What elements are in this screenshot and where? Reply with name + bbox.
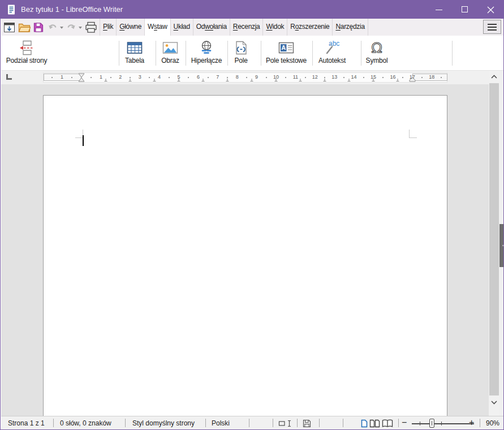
save-button[interactable] — [33, 22, 45, 34]
ruler-number: 1 — [61, 74, 63, 80]
tab-stop-selector[interactable] — [6, 74, 12, 80]
minimize-button[interactable] — [426, 1, 452, 19]
text-box-icon: A — [263, 39, 309, 56]
page-break-icon — [2, 39, 51, 56]
page-style-status[interactable]: Styl domyślny strony — [132, 419, 195, 427]
toolbar-separator — [312, 41, 313, 66]
title-bar: Bez tytułu 1 - LibreOffice Writer — [1, 1, 503, 19]
symbol-label: Symbol — [363, 57, 390, 64]
text-boundary-corner-left — [75, 130, 83, 138]
ruler-tick — [188, 77, 189, 78]
document-workspace — [1, 84, 489, 416]
scroll-down-button[interactable] — [489, 397, 499, 408]
menu-button[interactable] — [483, 20, 501, 34]
document-modified-status[interactable] — [303, 419, 311, 429]
table-button[interactable]: Tabela — [121, 36, 148, 71]
print-icon — [85, 22, 97, 33]
tab-glowne[interactable]: Główne — [117, 19, 145, 36]
ruler-number: 14 — [351, 74, 357, 80]
tab-plik[interactable]: Plik — [100, 19, 117, 36]
writer-window: Bez tytułu 1 - LibreOffice Writer Plik — [0, 0, 504, 430]
view-multi-page-button[interactable] — [369, 419, 380, 429]
text-boundary-corner-right — [409, 130, 417, 138]
ruler-tick — [91, 77, 92, 78]
word-count-status[interactable]: 0 słów, 0 znaków — [60, 419, 111, 427]
minus-icon: − — [402, 418, 407, 427]
minimize-icon — [436, 10, 442, 10]
zoom-slider-track[interactable] — [412, 423, 474, 424]
ruler-row: 1123456789101112131415161718 — [1, 71, 489, 84]
selection-mode-button[interactable] — [278, 419, 292, 429]
view-book-button[interactable] — [382, 419, 393, 429]
symbol-button[interactable]: Ω Symbol — [363, 36, 390, 71]
insert-toolbar: Podział strony Strona tytułowa Sekcja Ta… — [1, 36, 504, 71]
svg-text:Ω: Ω — [371, 40, 382, 56]
scroll-up-button[interactable] — [489, 71, 499, 82]
document-page[interactable] — [43, 95, 447, 416]
toolbar-separator — [452, 41, 453, 66]
undo-dropdown[interactable] — [60, 27, 63, 31]
open-button[interactable] — [18, 22, 31, 34]
ruler-tick — [105, 79, 107, 81]
ruler-number: 11 — [293, 74, 298, 80]
ruler-number: 8 — [236, 74, 239, 80]
zoom-slider-handle[interactable] — [429, 419, 434, 428]
ruler-tick — [169, 77, 170, 78]
ruler-number: 17 — [410, 74, 415, 80]
ruler-number: 4 — [158, 74, 161, 80]
print-button[interactable] — [85, 22, 97, 34]
window-right-edge — [499, 71, 504, 416]
maximize-button[interactable] — [452, 1, 478, 19]
field-label: Pole — [230, 57, 252, 64]
toolbar-separator — [119, 41, 119, 66]
toolbar-separator — [361, 41, 361, 66]
text-box-button[interactable]: A Pole tekstowe — [263, 36, 309, 71]
field-button[interactable]: Pole — [230, 36, 252, 71]
page-break-button[interactable]: Podział strony — [2, 36, 51, 71]
ruler-tick — [421, 77, 423, 78]
zoom-in-button[interactable]: + — [469, 418, 474, 428]
view-single-page-button[interactable] — [361, 419, 368, 429]
zoom-level-status[interactable]: 90% — [483, 419, 502, 427]
text-cursor — [83, 135, 84, 146]
tab-recenzja[interactable]: Recenzja — [230, 19, 264, 36]
tab-narzedzia[interactable]: Narzędzia — [333, 19, 368, 36]
undo-icon — [47, 22, 58, 33]
menubar-toggle-button[interactable] — [3, 22, 16, 34]
language-status[interactable]: Polski — [212, 419, 230, 427]
tab-uklad[interactable]: Układ — [171, 19, 193, 36]
autotext-icon: abc — [315, 39, 350, 56]
redo-button[interactable] — [66, 22, 78, 34]
tab-rozszerzenie[interactable]: Rozszerzenie — [287, 19, 333, 36]
toolbar-separator — [186, 41, 186, 66]
redo-dropdown[interactable] — [79, 27, 82, 31]
image-button[interactable]: Obraz — [157, 36, 183, 71]
menubar-toggle-icon — [3, 22, 15, 33]
sidebar-toggle-handle[interactable] — [499, 224, 503, 267]
undo-button[interactable] — [47, 22, 59, 34]
scrollbar-thumb[interactable] — [489, 83, 499, 395]
ruler-tick — [348, 79, 351, 81]
image-icon — [157, 39, 183, 56]
ruler-tick — [246, 77, 247, 78]
text-box-label: Pole tekstowe — [263, 57, 309, 64]
tab-odwolania[interactable]: Odwołania — [193, 19, 230, 36]
tab-wstaw[interactable]: Wstaw — [145, 19, 171, 36]
indent-marker-left[interactable] — [78, 73, 85, 82]
table-label: Tabela — [121, 57, 148, 64]
hyperlink-button[interactable]: Hiperłącze — [188, 36, 225, 71]
save-status-icon — [303, 419, 311, 428]
vertical-scrollbar[interactable] — [489, 71, 499, 416]
tab-widok[interactable]: Widok — [263, 19, 287, 36]
ruler-tick — [130, 77, 131, 78]
ruler-tick — [110, 77, 111, 78]
ruler-tick — [266, 77, 267, 78]
selection-mode-icon — [278, 419, 292, 428]
close-button[interactable] — [478, 1, 504, 19]
horizontal-ruler[interactable]: 1123456789101112131415161718 — [43, 72, 447, 83]
ruler-tick — [251, 79, 253, 81]
page-count-status[interactable]: Strona 1 z 1 — [8, 419, 45, 427]
zoom-out-button[interactable]: − — [402, 418, 407, 428]
maximize-icon — [462, 6, 468, 12]
autotext-button[interactable]: abc Autotekst — [315, 36, 350, 71]
